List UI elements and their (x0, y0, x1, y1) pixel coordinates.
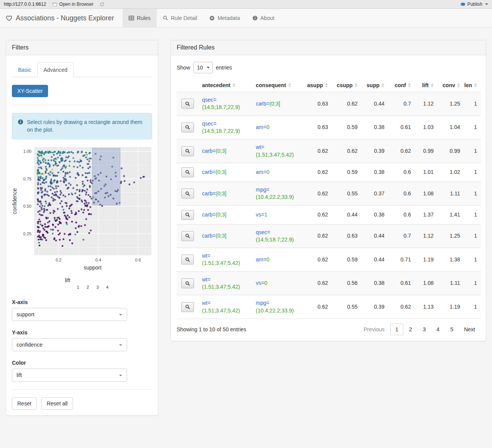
item-value: (1.51;3.47;5.42) (202, 307, 240, 314)
cell-len: 1 (464, 182, 481, 205)
consequent-cell: am=0 (252, 163, 306, 182)
column-header-antecedent[interactable]: antecedent (198, 79, 252, 92)
color-select[interactable]: lift (12, 369, 127, 382)
column-header-csupp[interactable]: csupp (332, 79, 361, 92)
page-length-select[interactable]: 10 (193, 62, 213, 73)
cell-len: 1 (464, 116, 481, 139)
cell-conv: 0.99 (437, 139, 464, 163)
rule-detail-magnifier-button[interactable] (181, 99, 194, 109)
item-attribute: carb= (202, 148, 215, 154)
cell-csupp: 0.59 (332, 116, 361, 139)
rule-detail-magnifier-button[interactable] (181, 278, 194, 288)
pagination-page-3[interactable]: 3 (418, 324, 431, 335)
rule-detail-magnifier-button[interactable] (181, 122, 194, 132)
cell-lift: 1.01 (415, 163, 437, 182)
item-attribute: qsec= (202, 121, 217, 127)
rule-detail-magnifier-button[interactable] (181, 146, 194, 156)
column-header-conf[interactable]: conf (388, 79, 415, 92)
cell-conv: 1.11 (437, 271, 464, 295)
open-in-browser-button[interactable]: Open in Browser (52, 2, 93, 7)
antecedent-cell: carb=(0;3] (198, 182, 252, 205)
scatter-plot[interactable]: 0.20.40.61.000.750.500.25 confidence sup… (12, 145, 152, 274)
pagination-page-2[interactable]: 2 (404, 324, 417, 335)
x-axis-select[interactable]: support (12, 308, 127, 321)
plot-selection-rectangle[interactable] (92, 148, 120, 205)
xy-scatter-button[interactable]: XY-Scatter (12, 85, 48, 97)
item-value: (0;3] (269, 101, 280, 107)
tab-metadata[interactable]: Metadata (203, 9, 246, 27)
plot-info-alert: Select rules by drawing a rectangle arou… (12, 113, 152, 139)
search-icon (185, 281, 190, 286)
cell-asupp: 0.62 (306, 139, 332, 163)
y-axis-select[interactable]: confidence (12, 338, 127, 351)
column-header-supp[interactable]: supp (361, 79, 388, 92)
tab-rules[interactable]: Rules (123, 9, 157, 27)
item-attribute: wt= (202, 253, 210, 259)
pagination-next[interactable]: Next (459, 324, 480, 335)
rule-detail-magnifier-button[interactable] (181, 210, 194, 220)
tab-advanced[interactable]: Advanced (37, 63, 73, 77)
table-info-text: Showing 1 to 10 of 50 entries (177, 326, 246, 332)
legend-tick-label: 2 (87, 285, 89, 289)
sort-icon (457, 83, 460, 87)
reset-all-button[interactable]: Reset all (41, 397, 73, 410)
rule-detail-magnifier-button[interactable] (181, 188, 194, 198)
item-value: 0 (267, 169, 270, 175)
pagination-page-5[interactable]: 5 (445, 324, 458, 335)
pagination-previous[interactable]: Previous (359, 324, 389, 335)
tab-rule-detail[interactable]: Rule Detail (157, 9, 203, 27)
y-axis-title: confidence (12, 188, 18, 214)
rule-detail-magnifier-button[interactable] (181, 167, 194, 177)
tab-basic[interactable]: Basic (12, 63, 37, 77)
column-header-len[interactable]: len (464, 79, 481, 92)
column-header-lift[interactable]: lift (415, 79, 437, 92)
cell-conf: 0.71 (388, 248, 415, 272)
pagination-page-1[interactable]: 1 (390, 324, 403, 335)
rule-detail-magnifier-button[interactable] (181, 231, 194, 241)
rule-detail-magnifier-button[interactable] (181, 255, 194, 265)
publish-label: Publish (467, 2, 482, 7)
cell-conf: 0.6 (388, 163, 415, 182)
filters-panel: Filters Basic Advanced XY-Scatter Select… (6, 40, 158, 416)
column-header-asupp[interactable]: asupp (306, 79, 332, 92)
app-title-text: Associations - Nuggets Explorer (16, 14, 114, 22)
publish-icon (460, 2, 465, 7)
table-row: wt=(1.51;3.47;5.42)am=00.620.590.440.711… (177, 248, 481, 272)
chevron-down-icon (119, 314, 122, 316)
refresh-icon[interactable] (99, 2, 104, 7)
navbar: Associations - Nuggets Explorer Rules Ru… (0, 9, 492, 28)
entries-label: entries (216, 64, 232, 71)
main-nav-tabs: Rules Rule Detail Metadata About (123, 9, 280, 27)
cell-len: 1 (464, 224, 481, 248)
consequent-cell: am=0 (252, 248, 306, 272)
reset-button[interactable]: Reset (12, 397, 37, 410)
consequent-cell: vs=1 (252, 205, 306, 224)
cell-csupp: 0.59 (332, 248, 361, 272)
column-header-conv[interactable]: conv (437, 79, 464, 92)
antecedent-cell: carb=(0;3] (198, 224, 252, 248)
item-attribute: qsec= (256, 229, 270, 235)
column-header-consequent[interactable]: consequent (252, 79, 306, 92)
cell-supp: 0.37 (361, 182, 388, 205)
item-attribute: qsec= (202, 97, 217, 103)
consequent-cell: qsec=(14.5;18.7;22.9) (252, 224, 306, 248)
antecedent-cell: carb=(0;3] (198, 139, 252, 163)
pagination: Previous 1 2 3 4 5 Next (358, 324, 480, 335)
legend-title: lift (65, 277, 70, 283)
x-axis-label: X-axis (12, 299, 152, 305)
item-attribute: vs= (256, 280, 264, 286)
pagination-page-4[interactable]: 4 (432, 324, 445, 335)
item-value: (14.5;18.7;22.9) (202, 104, 240, 110)
color-selected-value: lift (17, 372, 22, 378)
publish-button[interactable]: Publish (460, 2, 488, 7)
table-row: carb=(0;3]qsec=(14.5;18.7;22.9)0.620.630… (177, 224, 481, 248)
cell-len: 1 (464, 92, 481, 116)
cell-supp: 0.38 (361, 163, 388, 182)
cell-conv: 1.38 (437, 248, 464, 272)
row-action-cell (177, 295, 198, 319)
tab-about[interactable]: About (246, 9, 281, 27)
row-action-cell (177, 205, 198, 224)
address-url[interactable]: http://127.0.0.1:6612 (4, 2, 46, 7)
item-value: 0 (264, 280, 267, 286)
rule-detail-magnifier-button[interactable] (181, 302, 194, 312)
